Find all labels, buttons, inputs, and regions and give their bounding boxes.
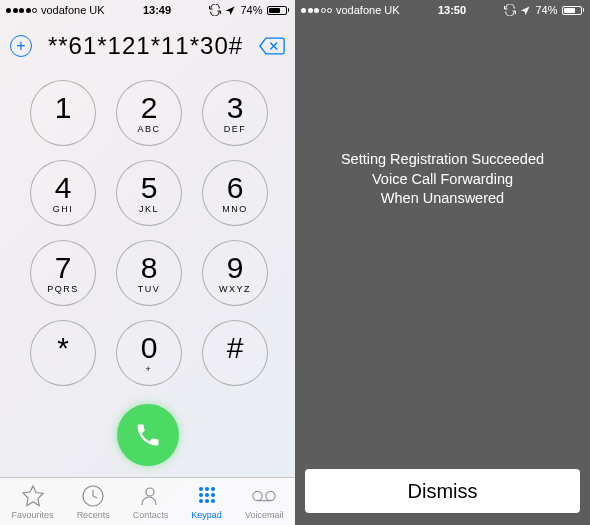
status-bar: vodafone UK 13:50 74%: [295, 0, 590, 20]
battery-pct: 74%: [240, 4, 262, 16]
svg-point-5: [199, 493, 203, 497]
key-digit: 8: [141, 253, 158, 283]
key-letters: TUV: [138, 284, 161, 294]
tab-label: Favourites: [12, 510, 54, 520]
carrier-label: vodafone UK: [41, 4, 105, 16]
battery-pct: 74%: [535, 4, 557, 16]
signal-icon: [6, 8, 37, 13]
keypad-icon: [194, 483, 220, 509]
tab-label: Keypad: [191, 510, 222, 520]
key-digit: 2: [141, 93, 158, 123]
key-letters: GHI: [53, 204, 74, 214]
key-letters: MNO: [222, 204, 248, 214]
key-digit: 0: [141, 333, 158, 363]
screen-dialer: vodafone UK 13:49 74% + **61*121*11*30# …: [0, 0, 295, 525]
signal-icon: [301, 8, 332, 13]
key-digit: 3: [227, 93, 244, 123]
add-contact-button[interactable]: +: [10, 35, 32, 57]
location-icon: [225, 5, 236, 16]
svg-point-2: [199, 487, 203, 491]
svg-point-8: [199, 499, 203, 503]
phone-icon: [134, 421, 162, 449]
key-letters: +: [146, 364, 153, 374]
key-digit: 5: [141, 173, 158, 203]
status-left: vodafone UK: [301, 4, 400, 16]
dialed-number: **61*121*11*30#: [32, 32, 259, 60]
message-line: When Unanswered: [295, 189, 590, 209]
tab-keypad[interactable]: Keypad: [191, 483, 222, 520]
key-letters: ABC: [137, 124, 160, 134]
tab-voicemail[interactable]: Voicemail: [245, 483, 284, 520]
voicemail-icon: [251, 483, 277, 509]
status-right: 74%: [504, 4, 584, 16]
battery-icon: [267, 6, 290, 15]
keypad: 12ABC3DEF4GHI5JKL6MNO7PQRS8TUV9WXYZ*0+#: [0, 68, 295, 394]
svg-point-4: [211, 487, 215, 491]
call-row: [0, 394, 295, 472]
refresh-icon: [209, 4, 221, 16]
svg-point-7: [211, 493, 215, 497]
svg-point-9: [205, 499, 209, 503]
dismiss-button[interactable]: Dismiss: [305, 469, 580, 513]
battery-icon: [562, 6, 585, 15]
svg-point-11: [253, 491, 262, 500]
dial-display: + **61*121*11*30#: [0, 20, 295, 68]
key-5[interactable]: 5JKL: [116, 160, 182, 226]
tab-label: Voicemail: [245, 510, 284, 520]
dismiss-label: Dismiss: [408, 480, 478, 503]
backspace-button[interactable]: [259, 37, 285, 55]
tab-label: Recents: [77, 510, 110, 520]
key-3[interactable]: 3DEF: [202, 80, 268, 146]
key-9[interactable]: 9WXYZ: [202, 240, 268, 306]
key-digit: 7: [55, 253, 72, 283]
tab-favourites[interactable]: Favourites: [12, 483, 54, 520]
key-digit: 6: [227, 173, 244, 203]
carrier-label: vodafone UK: [336, 4, 400, 16]
confirmation-message: Setting Registration Succeeded Voice Cal…: [295, 150, 590, 209]
key-8[interactable]: 8TUV: [116, 240, 182, 306]
tab-bar: FavouritesRecentsContactsKeypadVoicemail: [0, 477, 295, 525]
key-6[interactable]: 6MNO: [202, 160, 268, 226]
contacts-icon: [137, 483, 163, 509]
message-line: Setting Registration Succeeded: [295, 150, 590, 170]
key-2[interactable]: 2ABC: [116, 80, 182, 146]
svg-point-6: [205, 493, 209, 497]
status-time: 13:50: [438, 4, 466, 16]
svg-point-12: [266, 491, 275, 500]
key-digit: 4: [55, 173, 72, 203]
tab-recents[interactable]: Recents: [77, 483, 110, 520]
key-letters: DEF: [224, 124, 247, 134]
svg-point-3: [205, 487, 209, 491]
status-time: 13:49: [143, 4, 171, 16]
location-icon: [520, 5, 531, 16]
key-letters: WXYZ: [219, 284, 251, 294]
key-7[interactable]: 7PQRS: [30, 240, 96, 306]
key-digit: 1: [55, 93, 72, 123]
key-#[interactable]: #: [202, 320, 268, 386]
key-digit: #: [227, 331, 244, 365]
refresh-icon: [504, 4, 516, 16]
key-digit: 9: [227, 253, 244, 283]
screen-confirmation: vodafone UK 13:50 74% Setting Registrati…: [295, 0, 590, 525]
key-letters: PQRS: [47, 284, 79, 294]
call-button[interactable]: [117, 404, 179, 466]
message-line: Voice Call Forwarding: [295, 170, 590, 190]
key-4[interactable]: 4GHI: [30, 160, 96, 226]
tab-contacts[interactable]: Contacts: [133, 483, 169, 520]
status-bar: vodafone UK 13:49 74%: [0, 0, 295, 20]
svg-point-10: [211, 499, 215, 503]
key-1[interactable]: 1: [30, 80, 96, 146]
status-right: 74%: [209, 4, 289, 16]
status-left: vodafone UK: [6, 4, 105, 16]
key-0[interactable]: 0+: [116, 320, 182, 386]
key-letters: JKL: [139, 204, 159, 214]
tab-label: Contacts: [133, 510, 169, 520]
svg-point-1: [146, 488, 154, 496]
key-digit: *: [57, 331, 69, 365]
key-*[interactable]: *: [30, 320, 96, 386]
recents-icon: [80, 483, 106, 509]
favourites-icon: [20, 483, 46, 509]
